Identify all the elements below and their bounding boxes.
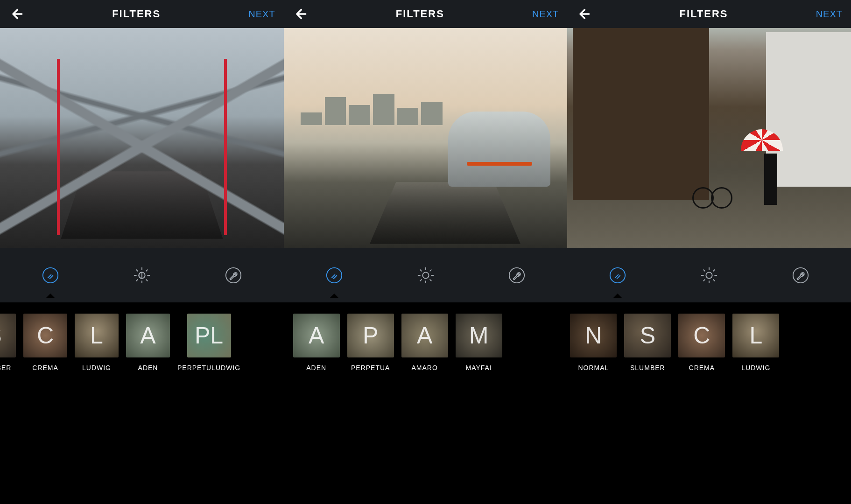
filter-label: NORMAL	[578, 364, 609, 371]
edit-tool[interactable]	[790, 265, 811, 286]
next-button[interactable]: NEXT	[532, 9, 559, 20]
filter-item-perpetua[interactable]: PPERPETUA	[347, 314, 394, 371]
filter-label: MAYFAI	[466, 364, 492, 371]
filter-strip[interactable]: AADEN PPERPETUA AAMARO MMAYFAI	[284, 302, 568, 504]
back-arrow-icon	[10, 7, 23, 21]
back-button[interactable]	[8, 6, 24, 22]
svg-line-10	[146, 270, 148, 272]
filter-thumb: C	[678, 314, 725, 357]
svg-line-35	[713, 280, 715, 281]
filter-item-slumber[interactable]: SSLUMBER	[0, 314, 16, 371]
back-arrow-icon	[294, 7, 307, 21]
photo-preview[interactable]	[0, 28, 284, 248]
filter-item-slumber[interactable]: SSLUMBER	[624, 314, 671, 371]
tool-tabs	[284, 248, 568, 302]
edit-tool[interactable]	[223, 265, 244, 286]
filter-thumb: A	[126, 314, 170, 357]
header: FILTERS NEXT	[284, 0, 568, 28]
svg-line-34	[703, 270, 705, 272]
edit-tool[interactable]	[506, 265, 527, 286]
lux-tool[interactable]	[415, 265, 436, 286]
filter-tool[interactable]	[40, 265, 61, 286]
track	[370, 182, 521, 244]
filter-label: AMARO	[412, 364, 438, 371]
filter-thumb: PL	[187, 314, 231, 357]
filter-thumbs: NNORMAL SSLUMBER CCREMA LLUDWIG	[567, 314, 851, 371]
active-indicator-icon	[46, 294, 55, 298]
svg-line-11	[136, 280, 138, 281]
lux-tool[interactable]	[699, 265, 719, 286]
tool-tabs	[0, 248, 284, 302]
filter-item-perpetuludwig[interactable]: PLPERPETULUDWIG	[177, 314, 240, 371]
filter-label: LUDWIG	[741, 364, 770, 371]
screen-3: FILTERS NEXT NNORMAL SSLUMBE	[567, 0, 851, 504]
sun-icon	[700, 266, 718, 284]
filter-item-crema[interactable]: CCREMA	[678, 314, 725, 371]
filter-item-crema[interactable]: CCREMA	[23, 314, 67, 371]
sun-icon	[133, 266, 151, 284]
filter-thumb: P	[347, 314, 394, 357]
wrench-icon	[792, 266, 809, 284]
photo-preview[interactable]	[284, 28, 568, 248]
lux-tool[interactable]	[132, 265, 152, 286]
filter-item-aden[interactable]: AADEN	[293, 314, 340, 371]
header: FILTERS NEXT	[0, 0, 284, 28]
skyline	[301, 94, 443, 125]
filter-label: CREMA	[689, 364, 715, 371]
next-button[interactable]: NEXT	[816, 9, 843, 20]
filter-thumb: S	[0, 314, 16, 357]
svg-point-16	[422, 272, 429, 278]
active-indicator-icon	[330, 294, 338, 298]
filter-strip[interactable]: SSLUMBER CCREMA LLUDWIG AADEN PLPERPETUL…	[0, 302, 284, 504]
filter-thumb: A	[293, 314, 340, 357]
svg-line-37	[703, 280, 705, 281]
photo-preview[interactable]	[567, 28, 851, 248]
filter-item-ludwig[interactable]: LLUDWIG	[75, 314, 119, 371]
back-button[interactable]	[576, 6, 591, 22]
filter-thumbs: SSLUMBER CCREMA LLUDWIG AADEN PLPERPETUL…	[0, 314, 284, 371]
filter-thumb: N	[570, 314, 617, 357]
bridge-beams	[0, 28, 284, 248]
filter-label: PERPETUA	[351, 364, 390, 371]
filter-item-aden[interactable]: AADEN	[126, 314, 170, 371]
tool-tabs	[567, 248, 851, 302]
filter-thumb: A	[401, 314, 448, 357]
filter-tool[interactable]	[607, 265, 628, 286]
svg-line-36	[713, 270, 715, 272]
filter-thumb: C	[23, 314, 67, 357]
page-title: FILTERS	[396, 8, 444, 20]
train	[448, 112, 550, 186]
filter-item-normal[interactable]: NNORMAL	[570, 314, 617, 371]
page-title: FILTERS	[679, 8, 728, 20]
svg-line-22	[429, 280, 431, 281]
filter-item-amaro[interactable]: AAMARO	[401, 314, 448, 371]
next-button[interactable]: NEXT	[248, 9, 275, 20]
header: FILTERS NEXT	[567, 0, 851, 28]
svg-line-24	[420, 280, 422, 281]
filter-label: PERPETULUDWIG	[177, 364, 240, 371]
wrench-icon	[508, 266, 526, 284]
filter-thumb: M	[456, 314, 502, 357]
filter-thumb: L	[75, 314, 119, 357]
speed-icon	[325, 266, 343, 284]
filter-label: SLUMBER	[0, 364, 11, 371]
svg-point-29	[706, 272, 712, 278]
filter-label: SLUMBER	[630, 364, 665, 371]
back-button[interactable]	[292, 6, 308, 22]
bicycle	[692, 185, 732, 209]
filter-tool[interactable]	[324, 265, 345, 286]
filter-item-mayfai[interactable]: MMAYFAI	[456, 314, 502, 371]
active-indicator-icon	[613, 294, 622, 298]
screen-1: FILTERS NEXT SSLUMBER CCREMA LLUDW	[0, 0, 284, 504]
filter-thumb: S	[624, 314, 671, 357]
wrench-icon	[225, 266, 242, 284]
svg-line-9	[146, 280, 148, 281]
filter-strip[interactable]: NNORMAL SSLUMBER CCREMA LLUDWIG	[567, 302, 851, 504]
bridge-rail-left	[57, 59, 60, 235]
filter-item-ludwig[interactable]: LLUDWIG	[732, 314, 779, 371]
screen-2: FILTERS NEXT AADEN PPERPETUA AAMAR	[284, 0, 568, 504]
speed-icon	[42, 266, 59, 284]
filter-thumbs: AADEN PPERPETUA AAMARO MMAYFAI	[284, 314, 568, 371]
filter-label: CREMA	[32, 364, 58, 371]
svg-line-21	[420, 270, 422, 272]
